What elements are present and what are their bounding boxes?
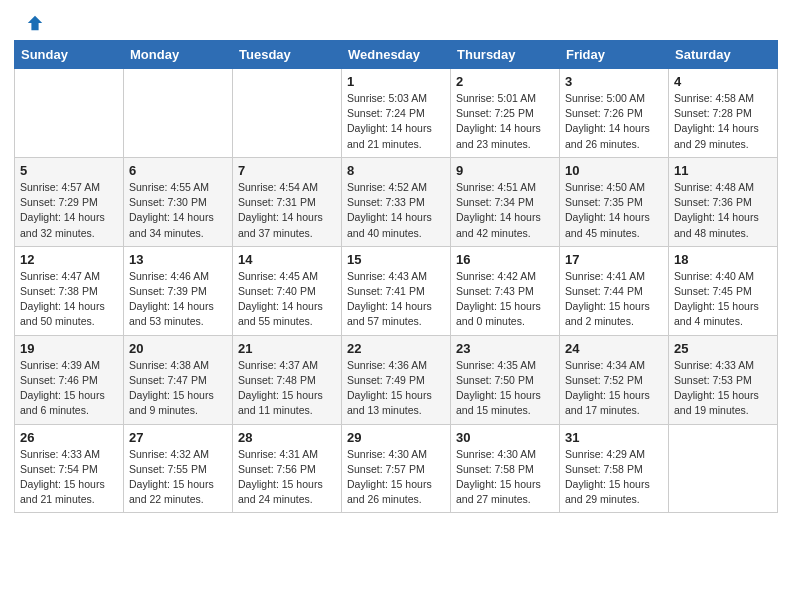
day-info: Sunrise: 4:55 AMSunset: 7:30 PMDaylight:…	[129, 180, 227, 241]
week-row-1: 1Sunrise: 5:03 AMSunset: 7:24 PMDaylight…	[15, 69, 778, 158]
day-cell: 10Sunrise: 4:50 AMSunset: 7:35 PMDayligh…	[560, 157, 669, 246]
svg-marker-0	[28, 16, 42, 30]
day-number: 18	[674, 252, 772, 267]
day-cell: 25Sunrise: 4:33 AMSunset: 7:53 PMDayligh…	[669, 335, 778, 424]
day-number: 16	[456, 252, 554, 267]
day-info: Sunrise: 4:58 AMSunset: 7:28 PMDaylight:…	[674, 91, 772, 152]
calendar-wrapper: SundayMondayTuesdayWednesdayThursdayFrid…	[0, 40, 792, 527]
day-cell: 24Sunrise: 4:34 AMSunset: 7:52 PMDayligh…	[560, 335, 669, 424]
day-number: 17	[565, 252, 663, 267]
logo-icon	[26, 14, 44, 32]
day-info: Sunrise: 4:57 AMSunset: 7:29 PMDaylight:…	[20, 180, 118, 241]
header	[0, 0, 792, 40]
day-number: 21	[238, 341, 336, 356]
day-info: Sunrise: 4:48 AMSunset: 7:36 PMDaylight:…	[674, 180, 772, 241]
week-row-2: 5Sunrise: 4:57 AMSunset: 7:29 PMDaylight…	[15, 157, 778, 246]
day-number: 7	[238, 163, 336, 178]
day-number: 9	[456, 163, 554, 178]
day-cell: 22Sunrise: 4:36 AMSunset: 7:49 PMDayligh…	[342, 335, 451, 424]
day-number: 19	[20, 341, 118, 356]
day-cell: 9Sunrise: 4:51 AMSunset: 7:34 PMDaylight…	[451, 157, 560, 246]
day-info: Sunrise: 4:38 AMSunset: 7:47 PMDaylight:…	[129, 358, 227, 419]
calendar-table: SundayMondayTuesdayWednesdayThursdayFrid…	[14, 40, 778, 513]
day-info: Sunrise: 4:34 AMSunset: 7:52 PMDaylight:…	[565, 358, 663, 419]
day-info: Sunrise: 4:35 AMSunset: 7:50 PMDaylight:…	[456, 358, 554, 419]
day-cell: 20Sunrise: 4:38 AMSunset: 7:47 PMDayligh…	[124, 335, 233, 424]
day-number: 14	[238, 252, 336, 267]
weekday-header-monday: Monday	[124, 41, 233, 69]
day-number: 2	[456, 74, 554, 89]
day-cell: 23Sunrise: 4:35 AMSunset: 7:50 PMDayligh…	[451, 335, 560, 424]
day-info: Sunrise: 4:33 AMSunset: 7:53 PMDaylight:…	[674, 358, 772, 419]
weekday-header-sunday: Sunday	[15, 41, 124, 69]
day-cell: 1Sunrise: 5:03 AMSunset: 7:24 PMDaylight…	[342, 69, 451, 158]
day-number: 30	[456, 430, 554, 445]
day-info: Sunrise: 4:32 AMSunset: 7:55 PMDaylight:…	[129, 447, 227, 508]
day-number: 15	[347, 252, 445, 267]
day-info: Sunrise: 4:47 AMSunset: 7:38 PMDaylight:…	[20, 269, 118, 330]
day-number: 1	[347, 74, 445, 89]
day-number: 6	[129, 163, 227, 178]
week-row-4: 19Sunrise: 4:39 AMSunset: 7:46 PMDayligh…	[15, 335, 778, 424]
day-info: Sunrise: 5:03 AMSunset: 7:24 PMDaylight:…	[347, 91, 445, 152]
day-cell: 6Sunrise: 4:55 AMSunset: 7:30 PMDaylight…	[124, 157, 233, 246]
day-number: 20	[129, 341, 227, 356]
day-cell: 29Sunrise: 4:30 AMSunset: 7:57 PMDayligh…	[342, 424, 451, 513]
day-info: Sunrise: 4:41 AMSunset: 7:44 PMDaylight:…	[565, 269, 663, 330]
weekday-header-friday: Friday	[560, 41, 669, 69]
day-cell: 26Sunrise: 4:33 AMSunset: 7:54 PMDayligh…	[15, 424, 124, 513]
day-cell: 21Sunrise: 4:37 AMSunset: 7:48 PMDayligh…	[233, 335, 342, 424]
day-number: 29	[347, 430, 445, 445]
weekday-header-row: SundayMondayTuesdayWednesdayThursdayFrid…	[15, 41, 778, 69]
day-cell: 13Sunrise: 4:46 AMSunset: 7:39 PMDayligh…	[124, 246, 233, 335]
day-info: Sunrise: 4:46 AMSunset: 7:39 PMDaylight:…	[129, 269, 227, 330]
day-number: 23	[456, 341, 554, 356]
day-info: Sunrise: 4:30 AMSunset: 7:57 PMDaylight:…	[347, 447, 445, 508]
day-info: Sunrise: 4:42 AMSunset: 7:43 PMDaylight:…	[456, 269, 554, 330]
weekday-header-thursday: Thursday	[451, 41, 560, 69]
day-number: 11	[674, 163, 772, 178]
day-number: 24	[565, 341, 663, 356]
day-info: Sunrise: 4:45 AMSunset: 7:40 PMDaylight:…	[238, 269, 336, 330]
day-info: Sunrise: 4:50 AMSunset: 7:35 PMDaylight:…	[565, 180, 663, 241]
day-cell: 7Sunrise: 4:54 AMSunset: 7:31 PMDaylight…	[233, 157, 342, 246]
day-info: Sunrise: 4:40 AMSunset: 7:45 PMDaylight:…	[674, 269, 772, 330]
day-cell: 16Sunrise: 4:42 AMSunset: 7:43 PMDayligh…	[451, 246, 560, 335]
day-info: Sunrise: 4:43 AMSunset: 7:41 PMDaylight:…	[347, 269, 445, 330]
day-number: 31	[565, 430, 663, 445]
day-number: 5	[20, 163, 118, 178]
day-cell: 5Sunrise: 4:57 AMSunset: 7:29 PMDaylight…	[15, 157, 124, 246]
day-info: Sunrise: 4:30 AMSunset: 7:58 PMDaylight:…	[456, 447, 554, 508]
day-cell	[15, 69, 124, 158]
day-cell: 18Sunrise: 4:40 AMSunset: 7:45 PMDayligh…	[669, 246, 778, 335]
day-cell: 14Sunrise: 4:45 AMSunset: 7:40 PMDayligh…	[233, 246, 342, 335]
day-info: Sunrise: 4:51 AMSunset: 7:34 PMDaylight:…	[456, 180, 554, 241]
day-info: Sunrise: 4:36 AMSunset: 7:49 PMDaylight:…	[347, 358, 445, 419]
day-info: Sunrise: 5:00 AMSunset: 7:26 PMDaylight:…	[565, 91, 663, 152]
day-cell: 28Sunrise: 4:31 AMSunset: 7:56 PMDayligh…	[233, 424, 342, 513]
day-cell	[124, 69, 233, 158]
day-number: 28	[238, 430, 336, 445]
day-cell: 15Sunrise: 4:43 AMSunset: 7:41 PMDayligh…	[342, 246, 451, 335]
day-number: 27	[129, 430, 227, 445]
day-info: Sunrise: 4:29 AMSunset: 7:58 PMDaylight:…	[565, 447, 663, 508]
day-info: Sunrise: 4:31 AMSunset: 7:56 PMDaylight:…	[238, 447, 336, 508]
day-cell: 30Sunrise: 4:30 AMSunset: 7:58 PMDayligh…	[451, 424, 560, 513]
day-number: 4	[674, 74, 772, 89]
day-cell: 3Sunrise: 5:00 AMSunset: 7:26 PMDaylight…	[560, 69, 669, 158]
weekday-header-saturday: Saturday	[669, 41, 778, 69]
day-cell: 11Sunrise: 4:48 AMSunset: 7:36 PMDayligh…	[669, 157, 778, 246]
day-info: Sunrise: 5:01 AMSunset: 7:25 PMDaylight:…	[456, 91, 554, 152]
day-cell: 4Sunrise: 4:58 AMSunset: 7:28 PMDaylight…	[669, 69, 778, 158]
day-number: 12	[20, 252, 118, 267]
weekday-header-tuesday: Tuesday	[233, 41, 342, 69]
week-row-5: 26Sunrise: 4:33 AMSunset: 7:54 PMDayligh…	[15, 424, 778, 513]
logo	[24, 18, 44, 32]
day-cell: 12Sunrise: 4:47 AMSunset: 7:38 PMDayligh…	[15, 246, 124, 335]
day-number: 22	[347, 341, 445, 356]
week-row-3: 12Sunrise: 4:47 AMSunset: 7:38 PMDayligh…	[15, 246, 778, 335]
day-number: 10	[565, 163, 663, 178]
day-cell: 8Sunrise: 4:52 AMSunset: 7:33 PMDaylight…	[342, 157, 451, 246]
day-info: Sunrise: 4:37 AMSunset: 7:48 PMDaylight:…	[238, 358, 336, 419]
day-number: 13	[129, 252, 227, 267]
